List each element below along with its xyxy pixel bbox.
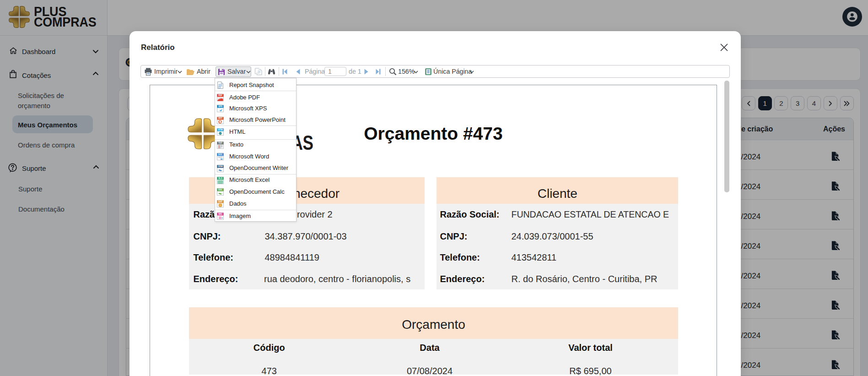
- svg-text:TXT: TXT: [218, 142, 222, 144]
- svg-text:w: w: [220, 158, 223, 160]
- svg-text:XLS: XLS: [218, 177, 222, 180]
- svg-text:PDF: PDF: [218, 94, 222, 97]
- svg-text:XPS: XPS: [218, 106, 222, 108]
- svg-text:DAT: DAT: [218, 201, 222, 203]
- svg-text:DOC: DOC: [218, 153, 223, 156]
- svg-text:HTM: HTM: [218, 129, 223, 131]
- svg-text:PPT: PPT: [218, 117, 222, 120]
- svg-text:IMG: IMG: [218, 213, 222, 215]
- svg-text:ODW: ODW: [218, 165, 223, 168]
- svg-text:ODC: ODC: [218, 189, 223, 191]
